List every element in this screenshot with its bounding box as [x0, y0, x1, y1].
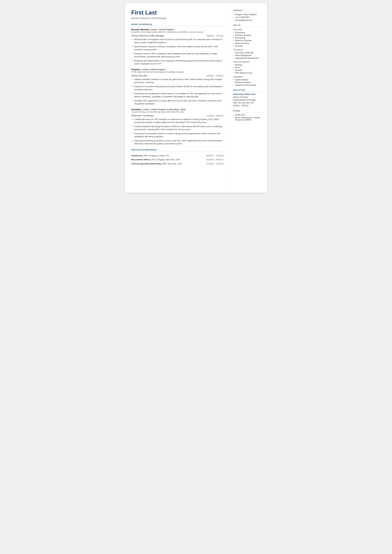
prev-exp-row-1: Headhunter, ABC Company, London, UK 06/2… — [131, 154, 224, 158]
job-row-1: Human Resources (HR) Manager 08/2021 – P… — [131, 35, 224, 37]
prev-exp-dates-2: 01/2016 – 05/2017 — [200, 158, 223, 162]
prev-exp-dates-3: 07/2014 – 12/2015 — [200, 162, 223, 166]
skill-talent-management: Talent Management — [233, 54, 263, 56]
job-dates-2: 10/2019 – 07/2021 — [206, 75, 223, 77]
skill-adp: ADP Workforce Now — [233, 72, 263, 74]
skill-employer-branding: Employer Branding — [233, 34, 263, 36]
skill-romanian: Romanian (Native) — [233, 81, 263, 84]
bullet-3-3: Introduced an automated system to monito… — [131, 132, 224, 138]
hard-skills-list: Onboarding Employer Branding Interviewin… — [233, 31, 263, 47]
job-title-3: Placement Coordinator — [131, 114, 154, 117]
bullet-1-1: Reduced 88% of employee churn turnover b… — [131, 38, 224, 44]
bullet-2-2: Initiated an innovative hiring policy th… — [131, 85, 224, 91]
company-block-1: Resume Worded, London, United Kingdom Ed… — [131, 28, 224, 65]
resume-container: First Last Human Resources (HR) Manager … — [125, 3, 267, 193]
bullet-1-2: Spearheaded a dynamic employee recogniti… — [131, 45, 224, 51]
prev-exp-bold-2: Recruitment Officer, — [131, 158, 151, 161]
other-header: OTHER — [233, 110, 263, 112]
company-block-3: Growthsi, London, United Kingdom & Barce… — [131, 108, 224, 145]
skill-org-development: Organizational Development — [233, 57, 263, 59]
education-header: EDUCATION — [233, 89, 263, 92]
tools-list: Workday HRIS Hubstaff ADP Workforce Now — [233, 64, 263, 74]
languages-list: English (Native) Romanian (Native) Spani… — [233, 79, 263, 86]
contact-header: CONTACT — [233, 9, 263, 12]
job-dates-3: 11/2018 – 09/2019 — [206, 114, 223, 117]
edu-location: New York City, New York — [233, 101, 263, 104]
company-name-1: Resume Worded, London, United Kingdom — [131, 28, 224, 31]
contact-phone: +44 1234567890 — [233, 16, 263, 19]
skill-hubstaff: Hubstaff — [233, 69, 263, 71]
skill-personnel-leadership: Personnel Leadership — [233, 52, 263, 54]
company-block-2: Polyhire, London, United Kingdom NYSE-li… — [131, 68, 224, 105]
company-bold-1: Resume Worded, — [131, 28, 149, 31]
left-column: First Last Human Resources (HR) Manager … — [125, 3, 229, 193]
prev-exp-role-2: Recruitment Officer, XYZ Company, New Yo… — [131, 158, 200, 162]
skill-workday: Workday — [233, 64, 263, 66]
bullet-1-4: Designed and implemented a new employee … — [131, 59, 224, 65]
work-experience-header: WORK EXPERIENCE — [131, 23, 224, 26]
company-tagline-1: Education technology startup with 50+ em… — [131, 31, 224, 33]
languages-label: Languages: — [233, 76, 263, 78]
bullet-3-4: Organized screening processes to ensure … — [131, 139, 224, 145]
prev-exp-role-3: Training Specialist (Internship), ABC, N… — [131, 162, 200, 166]
company-rest-1: London, United Kingdom — [149, 28, 174, 31]
prev-exp-row-2: Recruitment Officer, XYZ Company, New Yo… — [131, 158, 224, 162]
job-row-2: Senior Recruiter 10/2019 – 07/2021 — [131, 74, 224, 77]
edu-school: University of New York — [233, 93, 263, 95]
skill-interviewing: Interviewing — [233, 37, 263, 39]
job-title: Human Resources (HR) Manager — [131, 17, 224, 19]
bullet-1-3: Assisted a team of 450+ employees with d… — [131, 52, 224, 58]
bullet-2-1: Utilized mediation methods to resolve th… — [131, 78, 224, 84]
previous-experience-header: PREVIOUS EXPERIENCE — [131, 149, 224, 152]
bullet-3-2: Created Standard Operating Procedures (S… — [131, 125, 224, 131]
prev-exp-dates-1: 06/2017 – 10/2018 — [200, 154, 223, 158]
company-name-3: Growthsi, London, United Kingdom & Barce… — [131, 108, 224, 111]
skill-english: English (Native) — [233, 79, 263, 81]
job-dates-1: 08/2021 – Present — [207, 35, 223, 37]
company-tagline-2: NYSE-listed recruitment and employer bra… — [131, 71, 224, 73]
bullet-2-3: Developed new employment criteria based … — [131, 92, 224, 98]
company-rest-3: London, United Kingdom & Barcelona, Spai… — [141, 108, 186, 111]
company-rest-2: London, United Kingdom — [141, 68, 166, 71]
prev-exp-role-1: Headhunter, ABC Company, London, UK — [131, 154, 200, 158]
skill-spanish: Spanish (Conversational) — [233, 84, 263, 86]
prev-exp-table: Headhunter, ABC Company, London, UK 06/2… — [131, 154, 224, 166]
company-name-2: Polyhire, London, United Kingdom — [131, 68, 224, 71]
skills-header: SKILLS — [233, 24, 263, 27]
bullet-2-4: Identified 430+ applicants to occupy dif… — [131, 99, 224, 105]
skill-hris: HRIS — [233, 66, 263, 69]
job-title-1: Human Resources (HR) Manager — [131, 35, 164, 37]
skill-hiring-firing: Hiring and Firing — [233, 42, 263, 44]
skill-sourcing: Sourcing — [233, 45, 263, 47]
prev-exp-rest-2: XYZ Company, New York, USA — [151, 158, 180, 161]
bullet-3-1: Collaborated with 10+ HR managers to imp… — [131, 118, 224, 124]
other-list: SHRM-SCP Senior Professional in Human Re… — [233, 114, 263, 121]
prev-exp-row-3: Training Specialist (Internship), ABC, N… — [131, 162, 224, 166]
edu-dates: 10/2011 - 06/2014 — [233, 104, 263, 107]
other-shrm: SHRM-SCP — [233, 114, 263, 116]
contact-email: first.last@gmail.com — [233, 19, 263, 21]
other-sphr: Senior Professional in Human Resources (… — [233, 117, 263, 121]
edu-field: Organizational Psychology — [233, 98, 263, 101]
edu-degree: Master of Science — [233, 96, 263, 98]
tools-label: Tools and Software: — [233, 61, 263, 63]
company-bold-3: Growthsi, — [131, 108, 142, 111]
job-title-2: Senior Recruiter — [131, 74, 147, 77]
skill-onboarding: Onboarding — [233, 31, 263, 34]
contact-list: Glasgow, United Kingdom +44 1234567890 f… — [233, 14, 263, 21]
company-bold-2: Polyhire, — [131, 68, 141, 71]
techniques-label: Techniques: — [233, 49, 263, 51]
techniques-list: Personnel Leadership Talent Management O… — [233, 52, 263, 59]
bullet-list-2: Utilized mediation methods to resolve th… — [131, 78, 224, 105]
prev-exp-bold-1: Headhunter, — [131, 154, 143, 157]
company-tagline-3: Career training and membership SaaS with… — [131, 111, 224, 113]
bullet-list-3: Collaborated with 10+ HR managers to imp… — [131, 118, 224, 145]
contact-location: Glasgow, United Kingdom — [233, 14, 263, 16]
prev-exp-rest-3: ABC, New York, USA — [162, 162, 182, 165]
job-row-3: Placement Coordinator 11/2018 – 09/2019 — [131, 114, 224, 117]
right-column: CONTACT Glasgow, United Kingdom +44 1234… — [229, 3, 267, 193]
prev-exp-bold-3: Training Specialist (Internship), — [131, 162, 162, 165]
skill-workforce-planning: Workforce Planning — [233, 40, 263, 42]
prev-exp-rest-1: ABC Company, London, UK — [143, 154, 169, 157]
name: First Last — [131, 9, 224, 16]
